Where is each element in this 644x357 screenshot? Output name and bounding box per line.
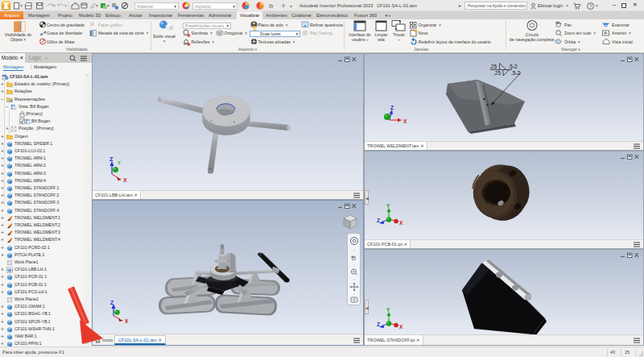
- svg-text:Z: Z: [390, 105, 394, 110]
- svg-text:X: X: [123, 177, 127, 182]
- svg-text:▾: ▾: [64, 3, 67, 8]
- svg-text:Y: Y: [386, 203, 390, 209]
- svg-text:X: X: [399, 324, 403, 330]
- svg-text:▾: ▾: [96, 3, 98, 8]
- svg-text:Y: Y: [386, 307, 390, 313]
- svg-text:fx: fx: [269, 3, 274, 9]
- svg-text:.25: .25: [493, 70, 501, 76]
- svg-text:Y: Y: [118, 160, 121, 165]
- svg-text:X: X: [403, 118, 407, 124]
- svg-text:X: X: [125, 318, 129, 323]
- svg-text:.5-2: .5-2: [509, 64, 518, 69]
- svg-text:▾: ▾: [53, 3, 56, 8]
- svg-text:X: X: [399, 220, 403, 226]
- svg-text:Z: Z: [377, 322, 380, 327]
- svg-text:Z: Z: [109, 156, 114, 162]
- svg-text:▾: ▾: [107, 3, 109, 8]
- svg-text:?: ?: [589, 3, 592, 9]
- svg-text:▾: ▾: [290, 4, 292, 9]
- svg-text:.25: .25: [489, 64, 497, 69]
- svg-text:.5-2: .5-2: [511, 70, 521, 76]
- svg-text:Z: Z: [377, 218, 380, 223]
- svg-text:▾: ▾: [20, 3, 23, 8]
